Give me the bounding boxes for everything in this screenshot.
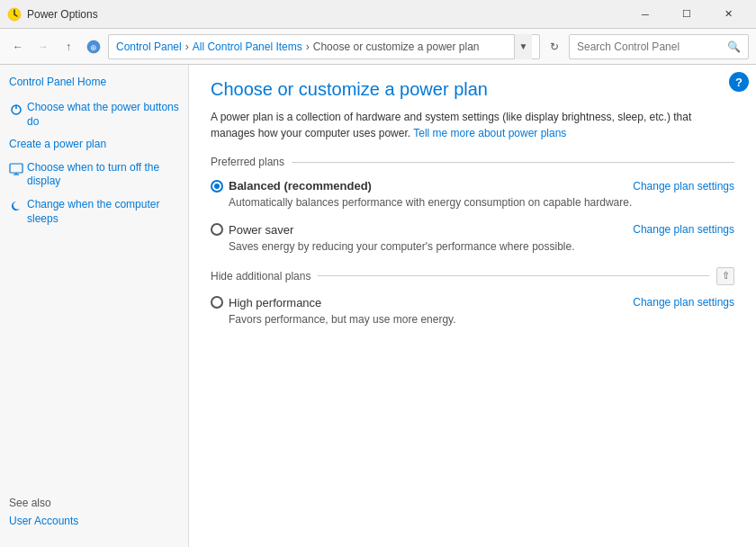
search-input[interactable] (577, 40, 727, 53)
up-button[interactable]: ↑ (58, 36, 79, 58)
plan-power-saver-header: Power saver Change plan settings (211, 223, 734, 237)
address-bar: ← → ↑ ⊕ Control Panel › All Control Pane… (0, 29, 756, 65)
title-bar: Power Options ─ ☐ ✕ (0, 0, 756, 29)
preferred-plans-label: Preferred plans (211, 156, 292, 168)
plan-balanced-radio-label[interactable]: Balanced (recommended) (211, 179, 372, 193)
breadcrumb[interactable]: Control Panel › All Control Panel Items … (108, 34, 540, 59)
sleep-icon (9, 199, 23, 213)
app-icon (7, 7, 22, 22)
learn-more-link[interactable]: Tell me more about power plans (413, 127, 566, 139)
sidebar-link-create-plan[interactable]: Create a power plan (9, 138, 179, 152)
plan-item-high-performance: High performance Change plan settings Fa… (211, 296, 734, 327)
additional-plans-header: Hide additional plans ⇧ (211, 267, 734, 285)
user-accounts-link[interactable]: User Accounts (9, 515, 179, 527)
plan-balanced-radio[interactable] (211, 180, 223, 193)
window-title: Power Options (27, 8, 625, 21)
back-button[interactable]: ← (7, 36, 29, 58)
sidebar-link-power-buttons-label: Choose what the power buttons do (27, 101, 179, 129)
plan-power-saver-change-link[interactable]: Change plan settings (633, 223, 734, 236)
window-controls: ─ ☐ ✕ (625, 0, 749, 29)
plan-high-performance-change-link[interactable]: Change plan settings (633, 296, 734, 309)
plan-high-performance-header: High performance Change plan settings (211, 296, 734, 309)
plan-power-saver-radio-label[interactable]: Power saver (211, 223, 293, 237)
power-button-icon (9, 102, 23, 116)
sidebar-link-display-off[interactable]: Choose when to turn off the display (9, 161, 179, 189)
breadcrumb-sep-2: › (306, 40, 310, 53)
sidebar-bottom: See also User Accounts (0, 488, 188, 536)
plan-balanced-change-link[interactable]: Change plan settings (633, 180, 734, 193)
search-box[interactable]: 🔍 (569, 34, 749, 59)
plan-power-saver-name: Power saver (229, 223, 293, 237)
plan-balanced-radio-dot (214, 184, 220, 189)
toggle-additional-plans-button[interactable]: ⇧ (716, 267, 734, 285)
plan-balanced-name: Balanced (recommended) (229, 179, 372, 193)
content-area: Choose or customize a power plan A power… (189, 65, 756, 547)
plan-power-saver-radio[interactable] (211, 223, 223, 236)
breadcrumb-part-1[interactable]: Control Panel (116, 40, 182, 53)
display-icon (9, 162, 23, 176)
plan-item-balanced: Balanced (recommended) Change plan setti… (211, 179, 734, 211)
plan-high-performance-name: High performance (229, 296, 321, 309)
sidebar: Control Panel Home Choose what the power… (0, 65, 189, 547)
breadcrumb-part-2[interactable]: All Control Panel Items (193, 40, 302, 53)
content-title: Choose or customize a power plan (211, 79, 734, 100)
sidebar-nav: Control Panel Home Choose what the power… (0, 76, 188, 235)
sidebar-link-display-off-label: Choose when to turn off the display (27, 161, 179, 189)
additional-plans-label: Hide additional plans (211, 270, 318, 282)
plan-balanced-header: Balanced (recommended) Change plan setti… (211, 179, 734, 193)
breadcrumb-current: Choose or customize a power plan (313, 40, 480, 53)
content-description: A power plan is a collection of hardware… (211, 109, 733, 141)
location-icon: ⊕ (86, 40, 101, 54)
forward-button[interactable]: → (32, 36, 54, 58)
refresh-button[interactable]: ↻ (544, 36, 565, 58)
search-icon: 🔍 (727, 40, 741, 53)
plan-high-performance-radio-label[interactable]: High performance (211, 296, 321, 309)
preferred-plans-header: Preferred plans (211, 156, 734, 168)
sidebar-link-sleep[interactable]: Change when the computer sleeps (9, 198, 179, 226)
sidebar-home-link[interactable]: Control Panel Home (9, 76, 179, 88)
breadcrumb-sep-1: › (185, 40, 189, 53)
plan-power-saver-desc: Saves energy by reducing your computer's… (229, 239, 734, 255)
maximize-button[interactable]: ☐ (666, 0, 707, 29)
plan-high-performance-radio[interactable] (211, 296, 223, 309)
plan-high-performance-desc: Favors performance, but may use more ene… (229, 312, 734, 327)
breadcrumb-dropdown-button[interactable]: ▼ (514, 34, 532, 59)
see-also-label: See also (9, 497, 179, 509)
close-button[interactable]: ✕ (707, 0, 749, 29)
sidebar-link-create-plan-label: Create a power plan (9, 138, 106, 152)
additional-plans-divider (318, 275, 709, 276)
minimize-button[interactable]: ─ (625, 0, 666, 29)
svg-text:⊕: ⊕ (90, 43, 97, 52)
help-button[interactable]: ? (729, 72, 749, 92)
svg-rect-5 (10, 164, 22, 173)
sidebar-link-sleep-label: Change when the computer sleeps (27, 198, 179, 226)
plan-balanced-desc: Automatically balances performance with … (229, 195, 734, 211)
sidebar-link-power-buttons[interactable]: Choose what the power buttons do (9, 101, 179, 129)
main-layout: Control Panel Home Choose what the power… (0, 65, 756, 547)
preferred-plans-divider (292, 162, 734, 163)
plan-item-power-saver: Power saver Change plan settings Saves e… (211, 223, 734, 255)
